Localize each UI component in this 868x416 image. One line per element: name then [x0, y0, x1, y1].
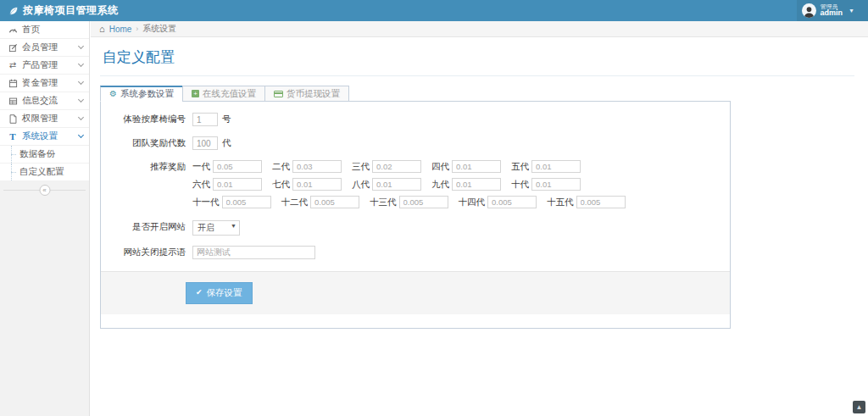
sidebar-item-members[interactable]: 会员管理	[0, 39, 89, 57]
sidebar-subitem-label: 数据备份	[19, 148, 55, 160]
referral-gen-group: 二代	[272, 160, 342, 173]
sidebar-item-funds[interactable]: 资金管理	[0, 75, 89, 92]
page-title: 自定义配置	[100, 44, 854, 76]
user-role: 管理员	[821, 3, 843, 9]
gen-label: 一代	[192, 161, 210, 173]
plus-square-icon: +	[192, 90, 199, 97]
gen-label: 三代	[352, 161, 370, 173]
field-label: 是否开启网站	[113, 221, 186, 233]
shuffle-icon: ⇄	[7, 61, 19, 69]
referral-gen-group: 十五代	[547, 196, 626, 208]
site-switch-select[interactable]: 开启	[192, 220, 240, 236]
user-meta: 管理员 admin	[821, 3, 843, 18]
gen-label: 八代	[352, 179, 370, 191]
chair-number-input[interactable]	[192, 113, 218, 126]
tab-currency-withdraw[interactable]: 货币提现设置	[264, 86, 349, 102]
referral-gen-input[interactable]	[452, 178, 501, 191]
app-title: 按摩椅项目管理系统	[23, 3, 119, 18]
referral-gen-input[interactable]	[213, 160, 262, 173]
referral-gen-input[interactable]	[399, 196, 448, 208]
referral-gen-group: 五代	[511, 160, 581, 173]
gen-label: 二代	[272, 161, 290, 173]
field-label: 体验按摩椅编号	[113, 114, 186, 125]
sidebar-item-label: 信息交流	[22, 95, 58, 107]
referral-gen-input[interactable]	[292, 178, 342, 191]
referral-gen-group: 八代	[352, 178, 421, 191]
referral-gen-input[interactable]	[213, 178, 262, 191]
field-unit: 代	[222, 137, 231, 149]
credit-card-icon	[274, 91, 283, 97]
referral-gen-input[interactable]	[310, 196, 359, 208]
save-button-label: 保存设置	[207, 287, 242, 299]
referral-gen-input[interactable]	[487, 196, 537, 208]
edit-icon	[7, 43, 19, 53]
sidebar-collapse-button[interactable]: «	[39, 185, 50, 196]
file-icon	[7, 114, 19, 124]
referral-gen-input[interactable]	[292, 160, 342, 173]
referral-gen-group: 十一代	[192, 196, 271, 208]
form-actions: ✔ 保存设置	[101, 271, 730, 314]
form-row-chair-number: 体验按摩椅编号 号	[101, 113, 730, 126]
sidebar-item-permissions[interactable]: 权限管理	[0, 110, 89, 128]
chevron-down-icon	[78, 97, 84, 103]
gen-label: 十四代	[459, 197, 486, 208]
save-button[interactable]: ✔ 保存设置	[186, 282, 253, 304]
settings-panel: 体验按摩椅编号 号 团队奖励代数 代 推荐奖励 一代 二代	[100, 101, 731, 329]
referral-gen-input[interactable]	[531, 160, 581, 173]
referral-gen-input[interactable]	[222, 196, 271, 208]
referral-gen-input[interactable]	[531, 178, 581, 191]
referral-gen-input[interactable]	[372, 160, 421, 173]
sidebar-item-home[interactable]: 首页	[0, 21, 89, 39]
referral-gen-input[interactable]	[372, 178, 421, 191]
leaf-icon	[8, 6, 19, 16]
main-area: ⌂ Home › 系统设置 自定义配置 ⚙ 系统参数设置 + 在线充值设置 货币…	[91, 21, 868, 416]
avatar	[802, 3, 816, 18]
tab-label: 系统参数设置	[120, 88, 174, 100]
gen-label: 十五代	[547, 197, 574, 208]
sidebar-item-label: 会员管理	[22, 42, 58, 53]
field-label: 团队奖励代数	[113, 137, 186, 149]
gen-label: 七代	[272, 179, 290, 191]
referral-gen-input[interactable]	[576, 196, 626, 208]
tab-label: 货币提现设置	[287, 88, 340, 100]
sidebar-item-products[interactable]: ⇄ 产品管理	[0, 57, 89, 75]
site-switch-select-wrap: 开启 ▼	[192, 219, 240, 236]
gen-label: 十一代	[192, 197, 220, 208]
sidebar-item-label: 资金管理	[22, 77, 58, 89]
chevron-down-icon	[78, 114, 84, 120]
home-icon: ⌂	[99, 25, 105, 34]
referral-gen-group: 六代	[192, 178, 262, 191]
field-unit: 号	[222, 114, 231, 125]
tab-label: 在线充值设置	[203, 88, 256, 100]
referral-gen-group: 九代	[431, 178, 501, 191]
gen-label: 十代	[511, 179, 529, 191]
sidebar-item-messages[interactable]: 信息交流	[0, 92, 89, 110]
referral-gen-group: 一代	[192, 160, 262, 173]
back-to-top-button[interactable]: ▲	[853, 401, 865, 413]
form-row-referral-3: 十一代 十二代 十三代 十四代 十五代	[181, 196, 730, 208]
close-message-input[interactable]	[192, 246, 315, 259]
form-row-referral-1: 推荐奖励 一代 二代 三代 四代 五代	[101, 160, 730, 173]
content: 自定义配置 ⚙ 系统参数设置 + 在线充值设置 货币提现设置 体验按摩椅编号 号	[91, 37, 868, 329]
breadcrumb-home-link[interactable]: Home	[109, 25, 132, 34]
app-brand: 按摩椅项目管理系统	[0, 3, 119, 18]
chevron-down-icon	[78, 132, 84, 138]
referral-gen-group: 四代	[431, 160, 501, 173]
user-menu[interactable]: 管理员 admin ▼	[797, 0, 868, 21]
chevron-down-icon	[78, 43, 84, 49]
sidebar-item-system-settings[interactable]: T 系统设置	[0, 128, 89, 146]
referral-gen-input[interactable]	[452, 160, 501, 173]
tab-system-params[interactable]: ⚙ 系统参数设置	[100, 86, 183, 102]
team-generations-input[interactable]	[192, 136, 218, 150]
sidebar-subitem-data-backup[interactable]: 数据备份	[0, 146, 89, 164]
caret-down-icon: ▼	[849, 8, 854, 14]
sidebar-subitem-custom-config[interactable]: 自定义配置	[0, 164, 89, 181]
dashboard-icon	[7, 25, 19, 35]
form-row-team-generations: 团队奖励代数 代	[101, 136, 730, 150]
user-name: admin	[821, 9, 843, 17]
sidebar-item-label: 权限管理	[22, 113, 58, 125]
tab-online-recharge[interactable]: + 在线充值设置	[182, 86, 265, 102]
field-label: 推荐奖励	[113, 161, 186, 173]
sidebar-subitem-label: 自定义配置	[19, 166, 64, 178]
sidebar-item-label: 首页	[22, 24, 40, 36]
